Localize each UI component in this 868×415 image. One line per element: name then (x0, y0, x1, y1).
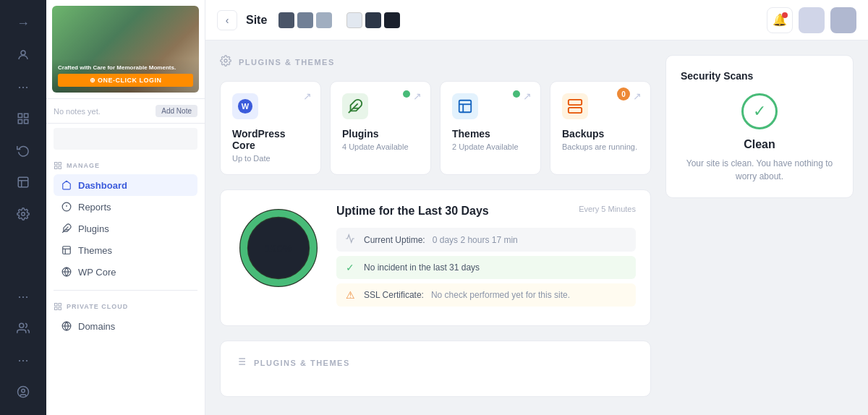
plugins-icon (61, 223, 72, 234)
uptime-stat-ssl: ⚠ SSL Certificate: No check performed ye… (336, 283, 636, 307)
site-title: Site (246, 14, 267, 27)
themes-card-icon (452, 93, 478, 119)
swatch-2[interactable] (297, 12, 313, 28)
svg-rect-13 (59, 163, 61, 166)
svg-rect-4 (25, 120, 28, 124)
card-arrow-wp: ↗ (303, 90, 312, 102)
wpcore-icon (61, 266, 72, 278)
svg-rect-3 (18, 120, 22, 124)
svg-text:W: W (242, 102, 250, 111)
uptime-card: 100% Uptime for the Last 30 Days Every 5… (220, 189, 651, 326)
person-icon[interactable] (9, 40, 38, 69)
svg-rect-1 (18, 114, 22, 117)
backups-name: Backups (562, 128, 639, 140)
avatar-1[interactable] (799, 7, 825, 33)
card-arrow-themes: ↗ (523, 90, 532, 102)
dots-icon-1[interactable]: ··· (9, 72, 38, 101)
uptime-chart-icon (344, 234, 357, 246)
swatch-5[interactable] (365, 12, 381, 28)
add-note-button[interactable]: Add Note (156, 105, 197, 117)
themes-card[interactable]: ↗ Themes 2 Update Available (440, 81, 541, 175)
sidebar-item-plugins[interactable]: Plugins (54, 218, 197, 239)
svg-rect-12 (55, 163, 58, 166)
ssl-warning-icon: ⚠ (344, 289, 357, 301)
svg-rect-2 (25, 114, 28, 117)
private-cloud-title: PRIVATE CLOUD (54, 302, 197, 311)
site-thumbnail (54, 128, 197, 150)
main-panel: PLUGINS & THEMES ↗ W WordPress Core Up t… (220, 55, 651, 397)
team-icon[interactable] (9, 314, 38, 343)
sidebar-item-wpcore[interactable]: WP Core (54, 261, 197, 283)
plugins-themes-section-icon (220, 55, 231, 69)
security-desc: Your site is clean. You have nothing to … (681, 157, 838, 183)
account-icon[interactable] (9, 377, 38, 406)
themes-desc: 2 Update Available (452, 142, 529, 151)
content-area: PLUGINS & THEMES ↗ W WordPress Core Up t… (205, 40, 868, 415)
security-scans-card: Security Scans ✓ Clean Your site is clea… (665, 55, 854, 198)
plugins-card[interactable]: ↗ Plugins 4 Update Available (330, 81, 431, 175)
arrow-right-icon[interactable]: → (9, 9, 38, 38)
card-arrow-plugins: ↗ (413, 90, 422, 102)
dashboard-grid: PLUGINS & THEMES ↗ W WordPress Core Up t… (220, 55, 854, 397)
backups-desc: Backups are running. (562, 142, 639, 151)
sidebar-item-reports[interactable]: Reports (54, 196, 197, 218)
uptime-stat-incident: ✓ No incident in the last 31 days (336, 256, 636, 279)
sidebar-item-themes[interactable]: Themes (54, 239, 197, 261)
uptime-incident-label: No incident in the last 31 days (364, 262, 480, 273)
security-scans-title: Security Scans (681, 70, 838, 82)
settings-icon[interactable] (9, 200, 38, 228)
sidebar: Crafted with Care for Memorable Moments.… (46, 0, 205, 415)
bottom-section-icon (235, 356, 247, 370)
color-swatches (278, 12, 400, 28)
top-bar-actions: 🔔 (767, 7, 856, 33)
sidebar-item-dashboard[interactable]: Dashboard (54, 174, 197, 196)
one-click-login-button[interactable]: ⊕ ONE-CLICK LOGIN (58, 74, 193, 87)
security-status: Clean (681, 138, 838, 151)
svg-rect-15 (59, 166, 61, 169)
wordpress-core-card[interactable]: ↗ W WordPress Core Up to Date (220, 81, 321, 175)
layout-icon[interactable] (9, 168, 38, 197)
reports-icon (61, 201, 72, 213)
plugins-desc: 4 Update Available (342, 142, 419, 151)
bottom-section-title: PLUGINS & THEMES (254, 359, 350, 367)
plugins-themes-section: PLUGINS & THEMES ↗ W WordPress Core Up t… (220, 55, 651, 175)
svg-rect-24 (55, 304, 58, 307)
back-button[interactable]: ‹ (217, 10, 237, 30)
private-cloud-section: PRIVATE CLOUD Domains (46, 295, 205, 340)
uptime-title: Uptime for the Last 30 Days (336, 205, 489, 218)
sidebar-divider (54, 290, 197, 291)
avatar-2[interactable] (830, 7, 856, 33)
backups-card[interactable]: 0 ↗ Backups Backups are running. (550, 81, 651, 175)
bottom-section-header: PLUGINS & THEMES (235, 356, 636, 370)
notification-dot (782, 12, 788, 18)
themes-icon (61, 244, 72, 256)
dots-icon-2[interactable]: ··· (9, 282, 38, 311)
swatch-3[interactable] (316, 12, 332, 28)
grid-icon[interactable] (9, 104, 38, 133)
backups-card-icon (562, 93, 588, 119)
domains-icon (61, 320, 72, 332)
uptime-interval: Every 5 Minutes (579, 205, 636, 213)
wp-icon: W (232, 93, 258, 119)
swatch-4[interactable] (346, 12, 362, 28)
svg-point-30 (224, 59, 227, 62)
notifications-button[interactable]: 🔔 (767, 7, 793, 33)
plugins-themes-header: PLUGINS & THEMES (220, 55, 651, 69)
uptime-current-value: 0 days 2 hours 17 min (433, 235, 518, 245)
swatch-1[interactable] (278, 12, 294, 28)
refresh-icon[interactable] (9, 136, 38, 165)
sidebar-item-domains[interactable]: Domains (54, 315, 197, 337)
site-screenshot: Crafted with Care for Memorable Moments.… (52, 6, 199, 93)
notes-bar: No notes yet. Add Note (46, 99, 205, 124)
dots-icon-3[interactable]: ··· (9, 346, 38, 375)
uptime-stat-current: Current Uptime: 0 days 2 hours 17 min (336, 228, 636, 252)
top-bar: ‹ Site 🔔 (205, 0, 868, 40)
uptime-title-row: Uptime for the Last 30 Days Every 5 Minu… (336, 205, 636, 218)
left-navigation: → ··· ··· ··· (0, 0, 46, 415)
uptime-current-label: Current Uptime: (364, 235, 425, 245)
swatch-6[interactable] (384, 12, 400, 28)
cards-grid: ↗ W WordPress Core Up to Date ↗ (220, 81, 651, 175)
svg-rect-25 (59, 304, 61, 307)
uptime-percent: 100% (265, 242, 292, 254)
svg-rect-36 (569, 100, 582, 105)
